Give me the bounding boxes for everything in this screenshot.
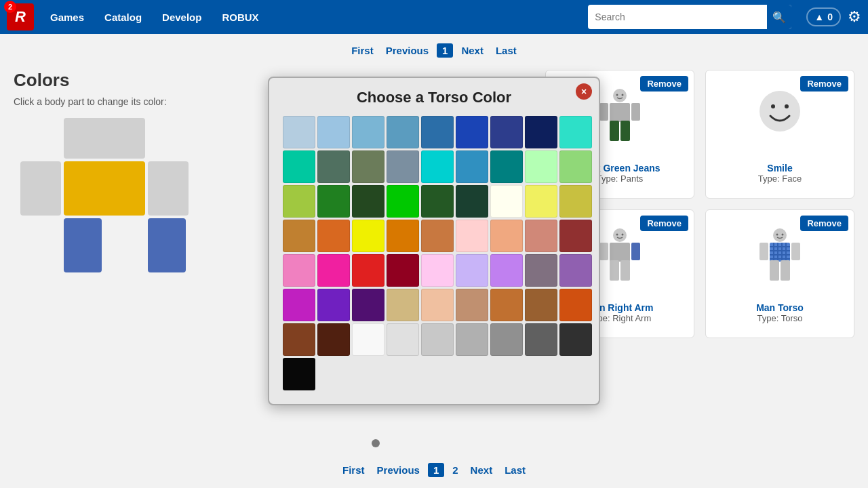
color-swatch-43[interactable] [525, 254, 557, 287]
color-swatch-37[interactable] [317, 254, 350, 287]
color-swatch-49[interactable] [421, 289, 454, 321]
color-swatch-8[interactable] [559, 116, 592, 148]
color-swatch-58[interactable] [421, 323, 454, 356]
color-swatch-45[interactable] [283, 289, 315, 321]
color-swatch-62[interactable] [559, 323, 592, 356]
color-swatch-22[interactable] [421, 185, 454, 218]
color-swatch-38[interactable] [352, 254, 384, 287]
color-swatch-50[interactable] [456, 289, 488, 321]
color-swatch-0[interactable] [283, 116, 315, 148]
previous-page-bottom[interactable]: Previous [373, 463, 424, 477]
next-page-bottom[interactable]: Next [467, 463, 497, 477]
color-swatch-52[interactable] [525, 289, 557, 321]
color-grid [283, 116, 585, 390]
color-swatch-44[interactable] [559, 254, 592, 287]
color-swatch-3[interactable] [387, 116, 419, 148]
search-button[interactable]: 🔍 [767, 5, 791, 29]
color-swatch-36[interactable] [283, 254, 315, 287]
color-swatch-12[interactable] [387, 150, 419, 183]
color-swatch-42[interactable] [490, 254, 523, 287]
search-input[interactable] [588, 7, 767, 26]
robux-balance[interactable]: ▲ 0 [806, 7, 841, 26]
pagination-top: First Previous 1 Next Last [0, 34, 868, 63]
color-swatch-26[interactable] [559, 185, 592, 218]
color-swatch-57[interactable] [387, 323, 419, 356]
color-swatch-10[interactable] [317, 150, 350, 183]
color-swatch-41[interactable] [456, 254, 488, 287]
modal-title: Choose a Torso Color [283, 89, 585, 106]
color-swatch-46[interactable] [317, 289, 350, 321]
color-swatch-4[interactable] [421, 116, 454, 148]
color-swatch-17[interactable] [559, 150, 592, 183]
current-page-top[interactable]: 1 [437, 43, 453, 58]
nav-games[interactable]: Games [42, 0, 92, 34]
color-swatch-27[interactable] [283, 220, 315, 252]
color-swatch-33[interactable] [490, 220, 523, 252]
color-swatch-25[interactable] [525, 185, 557, 218]
color-swatch-11[interactable] [352, 150, 384, 183]
color-swatch-29[interactable] [352, 220, 384, 252]
color-swatch-59[interactable] [456, 323, 488, 356]
color-swatch-32[interactable] [456, 220, 488, 252]
color-swatch-63[interactable] [283, 358, 315, 390]
color-swatch-23[interactable] [456, 185, 488, 218]
color-swatch-56[interactable] [352, 323, 384, 356]
color-swatch-9[interactable] [283, 150, 315, 183]
color-swatch-35[interactable] [559, 220, 592, 252]
color-swatch-34[interactable] [525, 220, 557, 252]
search-box: 🔍 [588, 5, 791, 29]
nav-catalog[interactable]: Catalog [96, 0, 150, 34]
main-content: Colors Click a body part to change its c… [0, 63, 868, 338]
color-swatch-48[interactable] [387, 289, 419, 321]
nav-right-section: ▲ 0 ⚙ [806, 7, 861, 26]
color-swatch-28[interactable] [317, 220, 350, 252]
color-swatch-2[interactable] [352, 116, 384, 148]
color-swatch-16[interactable] [525, 150, 557, 183]
first-page-bottom[interactable]: First [338, 463, 369, 477]
modal-close-button[interactable]: × [576, 83, 592, 100]
nav-robux[interactable]: ROBUX [214, 0, 267, 34]
last-page-bottom[interactable]: Last [500, 463, 530, 477]
modal-overlay: × Choose a Torso Color [0, 63, 868, 338]
current-page-1-bottom[interactable]: 1 [428, 463, 444, 477]
page-2-bottom[interactable]: 2 [448, 463, 462, 477]
robux-icon: ▲ [814, 12, 824, 22]
color-swatch-18[interactable] [283, 185, 315, 218]
color-swatch-51[interactable] [490, 289, 523, 321]
color-swatch-5[interactable] [456, 116, 488, 148]
color-picker-modal: × Choose a Torso Color [268, 77, 600, 405]
color-swatch-40[interactable] [421, 254, 454, 287]
previous-page-top[interactable]: Previous [382, 43, 433, 58]
nav-develop[interactable]: Develop [154, 0, 210, 34]
color-swatch-19[interactable] [317, 185, 350, 218]
last-page-top[interactable]: Last [492, 43, 521, 58]
color-swatch-39[interactable] [387, 254, 419, 287]
notification-badge[interactable]: 2 [4, 1, 16, 13]
color-swatch-13[interactable] [421, 150, 454, 183]
color-swatch-54[interactable] [283, 323, 315, 356]
color-swatch-7[interactable] [525, 116, 557, 148]
color-swatch-31[interactable] [421, 220, 454, 252]
color-swatch-14[interactable] [456, 150, 488, 183]
color-swatch-20[interactable] [352, 185, 384, 218]
color-swatch-47[interactable] [352, 289, 384, 321]
color-swatch-53[interactable] [559, 289, 592, 321]
first-page-top[interactable]: First [347, 43, 378, 58]
color-swatch-21[interactable] [387, 185, 419, 218]
color-swatch-15[interactable] [490, 150, 523, 183]
top-navigation: 2 R Games Catalog Develop ROBUX 🔍 ▲ 0 ⚙ [0, 0, 868, 34]
color-swatch-30[interactable] [387, 220, 419, 252]
color-swatch-24[interactable] [490, 185, 523, 218]
color-swatch-60[interactable] [490, 323, 523, 356]
robux-amount: 0 [827, 12, 833, 22]
next-page-top[interactable]: Next [457, 43, 488, 58]
color-swatch-6[interactable] [490, 116, 523, 148]
color-swatch-61[interactable] [525, 323, 557, 356]
settings-icon[interactable]: ⚙ [848, 8, 861, 26]
cursor [372, 439, 380, 447]
color-swatch-1[interactable] [317, 116, 350, 148]
pagination-bottom: First Previous 1 2 Next Last [0, 453, 868, 483]
color-swatch-55[interactable] [317, 323, 350, 356]
logo-wrapper: 2 R [7, 3, 34, 30]
